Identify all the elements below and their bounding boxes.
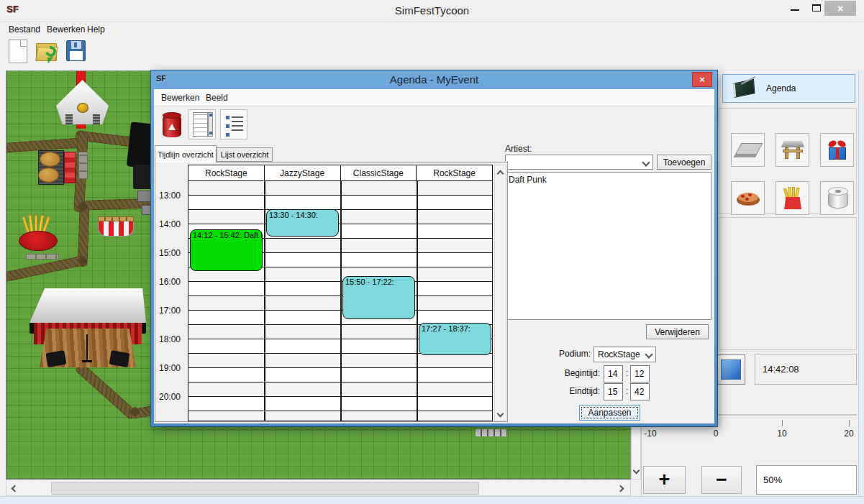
schedule-event[interactable]: 17:27 - 18:37:	[419, 323, 491, 355]
road-icon	[733, 143, 763, 157]
schedule-event[interactable]: 13:30 - 14:30:	[266, 209, 339, 237]
play-pause-button[interactable]	[717, 354, 745, 385]
tent	[56, 80, 109, 124]
tick-label: 20	[838, 429, 860, 439]
open-folder-icon[interactable]	[36, 40, 59, 63]
dialog-close-button[interactable]: ×	[692, 72, 712, 87]
shop-item-toilet-paper[interactable]	[820, 181, 854, 215]
minus-icon: −	[716, 469, 727, 491]
speed-icon	[721, 359, 741, 380]
podium-combo-value: RockStage	[598, 349, 640, 359]
zoom-out-button[interactable]: −	[701, 466, 742, 494]
artist-combo[interactable]	[505, 155, 653, 170]
timeline-scrollbar[interactable]	[494, 165, 506, 421]
slider-tick	[782, 420, 783, 426]
scroll-left-icon[interactable]	[12, 485, 19, 492]
agenda-button[interactable]: Agenda	[722, 74, 855, 103]
column-header: ClassicStage	[341, 165, 417, 180]
clock-display: 14:42:08	[763, 364, 799, 375]
gift-icon	[827, 139, 848, 161]
new-file-icon[interactable]	[9, 40, 27, 63]
scroll-up-icon[interactable]	[497, 170, 504, 178]
end-hour-field[interactable]	[604, 383, 623, 400]
time-label: 13:00	[159, 191, 186, 201]
dialog-toolbar	[154, 106, 714, 142]
time-label: 15:00	[159, 248, 186, 258]
titlebar[interactable]: SF SimFestTycoon ×	[0, 0, 864, 22]
agenda-label: Agenda	[766, 83, 796, 93]
end-time-label: Eindtijd:	[548, 386, 600, 396]
menu-help[interactable]: Help	[81, 22, 111, 37]
scroll-right-icon[interactable]	[617, 485, 624, 492]
zoom-in-button[interactable]: +	[643, 466, 686, 494]
start-hour-field[interactable]	[604, 365, 623, 382]
striped-stall	[98, 216, 134, 238]
artist-listbox[interactable]: Daft Punk	[505, 172, 711, 320]
column-header: JazzyStage	[265, 165, 341, 180]
add-artist-label: Toevoegen	[663, 157, 706, 168]
map-hscrollbar[interactable]	[6, 480, 631, 496]
shop-item-gift[interactable]	[820, 133, 854, 167]
main-toolbar	[0, 36, 864, 69]
dialog-titlebar[interactable]: SF Agenda - MyEvent ×	[151, 70, 717, 89]
pizza-icon	[737, 191, 760, 206]
schedule-event[interactable]: 14:12 - 15:42: Daft Punk	[190, 229, 263, 271]
scroll-down-icon[interactable]	[497, 411, 504, 418]
tab-label: Lijst overzicht	[221, 150, 269, 159]
dialog-title: Agenda - MyEvent	[151, 73, 717, 86]
start-minute-field[interactable]	[630, 365, 650, 382]
column-divider	[340, 181, 342, 421]
chevron-down-icon	[645, 350, 652, 358]
zoom-level-field[interactable]	[756, 465, 857, 495]
shop-item-stage[interactable]	[776, 133, 809, 167]
time-separator: :	[626, 386, 628, 396]
maximize-icon	[812, 4, 821, 12]
dialog-menu-bewerken[interactable]: Bewerken	[155, 91, 205, 105]
maximize-button[interactable]	[807, 0, 826, 17]
remove-artist-button[interactable]: Verwijderen	[646, 324, 709, 339]
podium-label: Podium:	[557, 349, 591, 359]
slider-tick	[849, 420, 850, 426]
time-label: 16:00	[159, 277, 186, 287]
hidden-stall-top	[476, 429, 507, 436]
menu-bestand[interactable]: Bestand	[3, 22, 46, 37]
dialog-close-icon: ×	[699, 74, 705, 85]
shop-item-pizza[interactable]	[731, 181, 765, 215]
podium-combo[interactable]: RockStage	[594, 347, 656, 362]
tent-emblem	[77, 103, 88, 113]
list-view-icon[interactable]	[220, 109, 247, 139]
end-minute-field[interactable]	[630, 383, 650, 400]
dialog-menu-beeld[interactable]: Beeld	[200, 91, 234, 105]
tab-label: Tijdlijn overzicht	[158, 150, 214, 159]
scroll-down-icon[interactable]	[633, 467, 640, 475]
tab-lijst-overzicht[interactable]: Lijst overzicht	[217, 147, 273, 162]
main-stage	[29, 288, 146, 369]
dirt-path	[74, 362, 138, 421]
tick-label: -10	[640, 429, 661, 439]
tab-tijdlijn-overzicht[interactable]: Tijdlijn overzicht	[155, 145, 217, 162]
shop-item-fries[interactable]	[776, 181, 809, 215]
remove-artist-label: Verwijderen	[655, 327, 700, 337]
time-label: 18:00	[159, 334, 186, 344]
dialog-menubar: Bewerken Beeld	[154, 89, 714, 106]
timeline-view-icon[interactable]	[188, 109, 216, 139]
add-artist-button[interactable]: Toevoegen	[657, 155, 711, 170]
hscroll-thumb[interactable]	[51, 482, 479, 495]
apply-label: Aanpassen	[588, 408, 631, 418]
artist-list-item[interactable]: Daft Punk	[506, 173, 711, 187]
agenda-dialog: SF Agenda - MyEvent × Bewerken Beeld	[151, 70, 717, 426]
close-button[interactable]: ×	[824, 1, 856, 16]
stage-icon	[781, 141, 804, 160]
schedule-event[interactable]: 15:50 - 17:22:	[342, 276, 415, 319]
artist-label: Artiest:	[505, 144, 532, 154]
column-divider	[264, 181, 265, 421]
minimize-button[interactable]	[786, 0, 804, 17]
save-icon[interactable]	[66, 40, 86, 61]
agenda-book-icon	[733, 80, 756, 97]
time-label: 14:00	[159, 219, 186, 229]
tick-label: 10	[771, 429, 793, 439]
apply-button[interactable]: Aanpassen	[579, 405, 640, 421]
shop-item-road[interactable]	[731, 133, 765, 167]
delete-trash-icon[interactable]	[163, 112, 181, 137]
schedule-grid[interactable]: 14:12 - 15:42: Daft Punk13:30 - 14:30:15…	[188, 181, 493, 421]
